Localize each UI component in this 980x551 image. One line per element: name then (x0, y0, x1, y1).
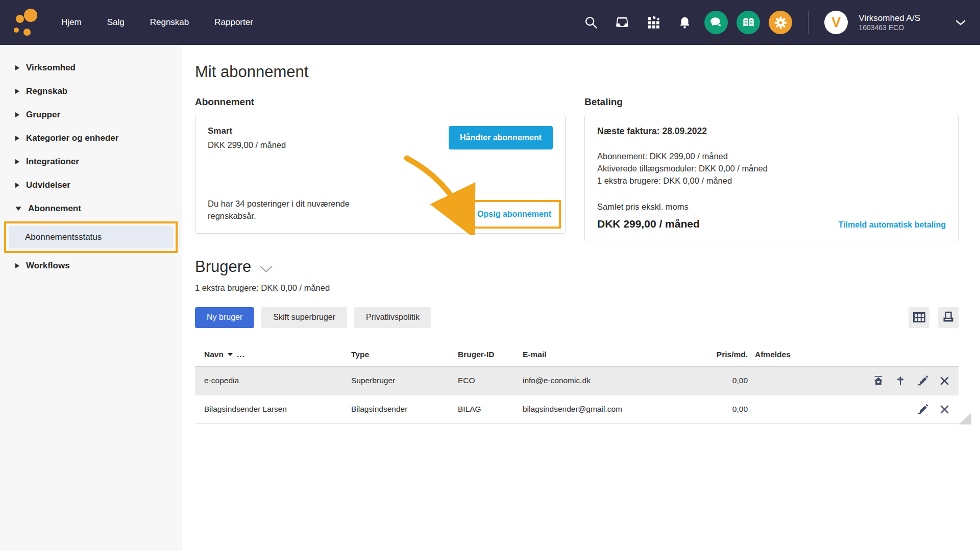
sidebar-item-grupper[interactable]: Grupper (0, 103, 182, 127)
change-superuser-button[interactable]: Skift superbruger (261, 307, 347, 328)
sidebar-item-label: Virksomhed (26, 63, 76, 73)
main-content: Mit abonnement Abonnement Smart DKK 299,… (182, 45, 980, 551)
menu-regnskab[interactable]: Regnskab (150, 17, 189, 28)
users-chevron-down-icon[interactable] (259, 265, 273, 273)
menu-salg[interactable]: Salg (107, 17, 125, 28)
home-icon[interactable] (873, 375, 884, 386)
sidebar: Virksomhed Regnskab Grupper Kategorier o… (0, 45, 182, 551)
resize-grip[interactable] (959, 413, 971, 424)
navbar-divider (808, 11, 808, 34)
annotation-box-cancel: Opsig abonnement (468, 200, 561, 229)
collapsed-arrow-icon (15, 183, 19, 188)
top-navbar: Hjem Salg Regnskab Rapporter (0, 0, 980, 45)
cell-type: Superbruger (351, 376, 458, 385)
sidebar-item-kategorier-og-enheder[interactable]: Kategorier og enheder (0, 127, 182, 150)
sidebar-item-integrationer[interactable]: Integrationer (0, 150, 182, 173)
payment-line: Abonnement: DKK 299,00 / måned (597, 151, 946, 163)
postings-note: Du har 34 posteringer i dit nuværende re… (208, 197, 357, 223)
collapsed-arrow-icon (15, 65, 19, 70)
cell-price: 0,00 (676, 405, 755, 414)
menu-rapporter[interactable]: Rapporter (214, 17, 253, 28)
table-row[interactable]: e-copedia Superbruger ECO info@e-conomic… (195, 367, 959, 395)
payment-card: Næste faktura: 28.09.2022 Abonnement: DK… (584, 115, 959, 241)
page-title: Mit abonnement (195, 63, 959, 81)
payment-line: Aktiverede tillægsmoduler: DKK 0,00 / må… (597, 163, 946, 175)
company-avatar[interactable]: V (824, 11, 848, 34)
remove-icon[interactable] (940, 376, 949, 386)
new-user-button[interactable]: Ny bruger (195, 307, 254, 328)
sidebar-item-virksomhed[interactable]: Virksomhed (0, 56, 182, 80)
cell-name: e-copedia (204, 376, 351, 385)
plan-name: Smart (208, 126, 286, 136)
sidebar-item-label: Regnskab (26, 86, 67, 96)
collapsed-arrow-icon (15, 89, 19, 94)
sidebar-item-label: Workflows (26, 261, 70, 271)
expanded-arrow-icon (15, 207, 21, 211)
table-grid-icon[interactable] (909, 307, 929, 328)
column-menu-dots[interactable]: ... (237, 350, 245, 359)
cell-name: Bilagsindsender Larsen (204, 405, 351, 414)
company-name: Virksomhed A/S (859, 13, 920, 23)
users-heading: Brugere (195, 258, 251, 276)
sidebar-item-label: Abonnement (28, 204, 81, 214)
inbox-icon[interactable] (615, 15, 630, 30)
print-icon[interactable] (938, 307, 959, 328)
apps-icon[interactable] (646, 15, 661, 30)
collapsed-arrow-icon (15, 263, 19, 268)
search-icon[interactable] (583, 15, 599, 30)
menu-hjem[interactable]: Hjem (61, 17, 82, 28)
collapsed-arrow-icon (15, 112, 19, 117)
subscription-card: Smart DKK 299,00 / måned Håndter abonnem… (195, 115, 566, 234)
sidebar-item-workflows[interactable]: Workflows (0, 254, 182, 278)
privacy-policy-button[interactable]: Privatlivspolitik (354, 307, 431, 328)
table-header-row: Navn ... Type Bruger-ID E-mail Pris/md. … (195, 343, 959, 367)
sort-desc-icon (228, 353, 233, 356)
sidebar-item-label: Grupper (26, 110, 60, 120)
gear-icon[interactable] (769, 11, 792, 34)
sidebar-item-regnskab[interactable]: Regnskab (0, 80, 182, 103)
column-header-navn[interactable]: Navn ... (204, 350, 351, 359)
bell-icon[interactable] (677, 15, 692, 30)
column-header-type[interactable]: Type (351, 350, 458, 359)
cell-type: Bilagsindsender (351, 405, 458, 414)
column-header-pris[interactable]: Pris/md. (676, 350, 755, 359)
chat-icon[interactable] (704, 11, 728, 34)
e-conomic-logo[interactable] (13, 8, 40, 37)
account-chevron-down-icon[interactable] (955, 20, 966, 26)
payment-heading: Betaling (584, 96, 959, 108)
sidebar-item-abonnement[interactable]: Abonnement (0, 197, 182, 220)
column-header-email[interactable]: E-mail (523, 350, 676, 359)
payment-line: 1 ekstra brugere: DKK 0,00 / måned (597, 175, 946, 187)
plan-price: DKK 299,00 / måned (208, 140, 286, 150)
edit-icon[interactable] (917, 404, 929, 415)
redirect-icon[interactable] (895, 375, 906, 386)
cancel-subscription-link[interactable]: Opsig abonnement (477, 210, 551, 218)
book-icon[interactable] (737, 11, 760, 34)
manage-subscription-button[interactable]: Håndter abonnement (449, 126, 553, 149)
autopay-link[interactable]: Tilmeld automatisk betaling (839, 220, 946, 230)
account-info[interactable]: Virksomhed A/S 1603463 ECO (859, 13, 920, 33)
extra-users-note: 1 ekstra brugere: DKK 0,00 / måned (195, 283, 959, 293)
cell-email: info@e-conomic.dk (523, 376, 676, 385)
total-value: DKK 299,00 / måned (597, 218, 700, 230)
edit-icon[interactable] (917, 375, 929, 386)
sidebar-item-abonnementsstatus[interactable]: Abonnementsstatus (9, 226, 173, 248)
sidebar-item-label: Kategorier og enheder (26, 133, 118, 143)
subscription-heading: Abonnement (195, 96, 566, 108)
total-label: Samlet pris ekskl. moms (597, 202, 946, 212)
remove-icon[interactable] (940, 405, 949, 414)
column-header-bruger-id[interactable]: Bruger-ID (458, 350, 523, 359)
annotation-box-sidebar: Abonnementsstatus (4, 221, 178, 253)
collapsed-arrow-icon (15, 159, 19, 164)
table-row[interactable]: Bilagsindsender Larsen Bilagsindsender B… (195, 395, 959, 424)
column-header-afmeldes[interactable]: Afmeldes (755, 350, 831, 359)
sidebar-item-label: Udvidelser (26, 180, 70, 190)
sidebar-item-label: Integrationer (26, 157, 79, 167)
collapsed-arrow-icon (15, 136, 19, 141)
company-id: 1603463 ECO (859, 23, 920, 33)
cell-user-id: BILAG (458, 405, 523, 414)
next-invoice: Næste faktura: 28.09.2022 (597, 126, 946, 137)
sidebar-item-udvidelser[interactable]: Udvidelser (0, 173, 182, 197)
main-menu: Hjem Salg Regnskab Rapporter (61, 17, 253, 28)
cell-price: 0,00 (676, 376, 755, 385)
